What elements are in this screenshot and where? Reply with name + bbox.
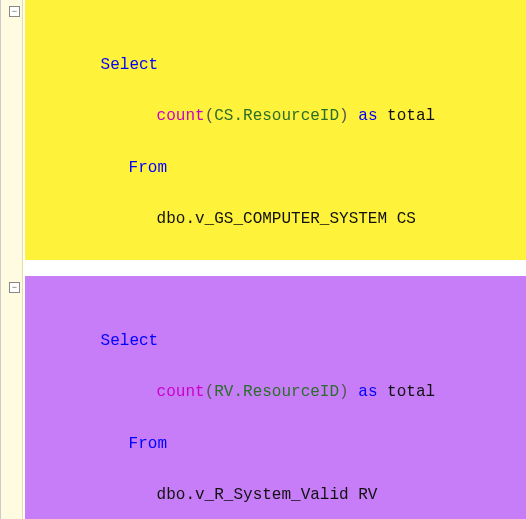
alias-name: total bbox=[387, 383, 435, 401]
function-count: count bbox=[157, 107, 205, 125]
query-block-2[interactable]: − Select count(RV.ResourceID) as total F… bbox=[25, 276, 526, 519]
paren-close: ) bbox=[339, 383, 349, 401]
keyword-as: as bbox=[349, 383, 387, 401]
keyword-as: as bbox=[349, 107, 387, 125]
function-count: count bbox=[157, 383, 205, 401]
editor-gutter bbox=[1, 0, 23, 519]
paren-close: ) bbox=[339, 107, 349, 125]
paren-open: ( bbox=[205, 383, 215, 401]
column-ref: RV.ResourceID bbox=[214, 383, 339, 401]
fold-toggle-icon[interactable]: − bbox=[9, 6, 20, 17]
sql-editor[interactable]: − Select count(CS.ResourceID) as total F… bbox=[0, 0, 526, 519]
alias-name: total bbox=[387, 107, 435, 125]
keyword-select: Select bbox=[101, 56, 159, 74]
keyword-from: From bbox=[101, 432, 167, 458]
fold-toggle-icon[interactable]: − bbox=[9, 282, 20, 293]
query-block-1[interactable]: − Select count(CS.ResourceID) as total F… bbox=[25, 0, 526, 260]
table-ref: dbo.v_R_System_Valid RV bbox=[101, 483, 378, 509]
paren-open: ( bbox=[205, 107, 215, 125]
column-ref: CS.ResourceID bbox=[214, 107, 339, 125]
keyword-from: From bbox=[101, 156, 167, 182]
table-ref: dbo.v_GS_COMPUTER_SYSTEM CS bbox=[101, 207, 416, 233]
keyword-select: Select bbox=[101, 332, 159, 350]
